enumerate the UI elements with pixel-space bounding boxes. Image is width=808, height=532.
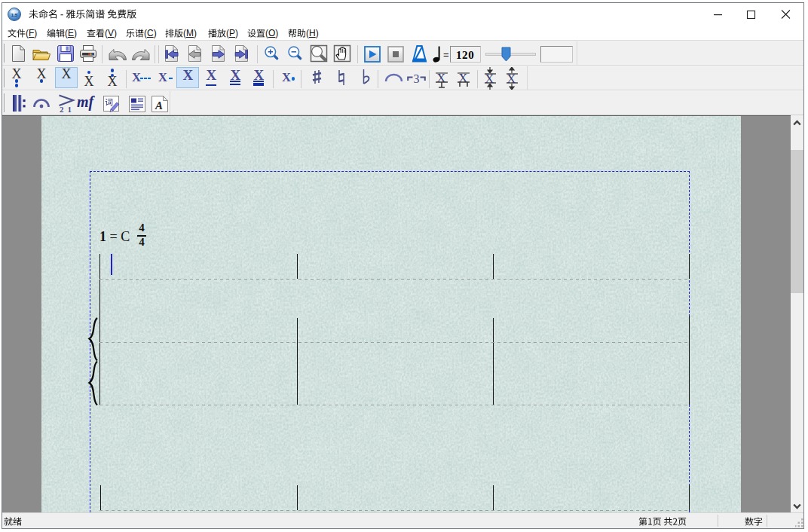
svg-text:2: 2 (60, 105, 64, 114)
svg-text:A: A (154, 99, 162, 112)
svg-text:1.5: 1.5 (11, 13, 18, 17)
svg-text:1: 1 (68, 105, 72, 114)
svg-text:3: 3 (414, 72, 420, 85)
